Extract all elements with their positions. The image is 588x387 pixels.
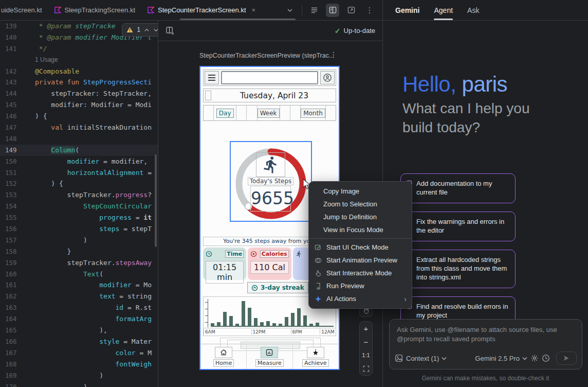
nav-item-achieve[interactable]: Achieve <box>292 344 338 369</box>
period-tabs[interactable]: DayWeekMonth <box>203 105 336 121</box>
code-line[interactable]: 144 stepTracker: StepTracker, <box>0 88 158 99</box>
code-editor[interactable]: 139 * @param stepTracke140 * @param modi… <box>0 21 158 387</box>
code-line[interactable]: 143private fun StepProgressSecti <box>0 77 158 88</box>
preview-status-label: Up-to-date <box>344 27 375 34</box>
preview-options-icon[interactable]: ⋮ <box>330 50 337 59</box>
tab-list-chevron-down-icon[interactable] <box>283 4 297 17</box>
profile-icon[interactable] <box>320 71 335 84</box>
code-line[interactable]: 153 stepTracker.progress? <box>0 189 158 201</box>
code-line[interactable]: 170 ) <box>0 381 158 387</box>
gemini-suggestion-chip[interactable]: Fix the warnings and errors in the edito… <box>400 212 516 241</box>
preview-only-view-icon[interactable] <box>344 4 358 17</box>
code-line[interactable]: 156 steps = stepT <box>0 223 158 235</box>
period-tab-day[interactable]: Day <box>213 105 236 120</box>
zoom-out-button[interactable]: − <box>360 335 372 348</box>
steps-label[interactable]: Today's Steps <box>248 177 293 185</box>
editor-more-options-icon[interactable]: ⋮ <box>363 4 376 17</box>
search-input[interactable] <box>221 71 318 84</box>
menu-item-view-in-focus-mode[interactable]: View in Focus Mode <box>309 223 412 236</box>
menu-item-copy-image[interactable]: Copy Image <box>309 185 412 198</box>
menu-item-ai-actions[interactable]: AI Actions› <box>309 292 412 305</box>
code-line[interactable]: 162 text = string <box>0 291 158 302</box>
streak-badge[interactable]: 3-day streak <box>247 282 308 293</box>
close-tab-icon[interactable]: × <box>252 6 256 14</box>
previous-issue-icon[interactable] <box>144 28 150 32</box>
chart-bar <box>309 324 313 326</box>
menu-item-start-ui-check-mode[interactable]: Start UI Check Mode <box>309 241 412 254</box>
editor-only-view-icon[interactable] <box>307 4 321 17</box>
code-line[interactable]: 158 } <box>0 246 158 257</box>
code-line[interactable]: 165 ), <box>0 325 158 336</box>
code-line[interactable]: 161 modifier = Mo <box>0 279 158 291</box>
code-line[interactable]: 167 color = M <box>0 347 158 359</box>
gemini-tab-agent[interactable]: Agent <box>434 0 453 20</box>
settings-gear-icon[interactable] <box>530 354 539 362</box>
period-tab-month[interactable]: Month <box>300 105 325 120</box>
editor-scrollbar-thumb[interactable] <box>155 154 157 247</box>
zoom-reset-button[interactable]: 1:1 <box>360 348 372 362</box>
gemini-suggestion-chip[interactable]: Extract all hardcoded strings from this … <box>400 250 516 288</box>
code-line[interactable]: 155 progress = it <box>0 212 158 223</box>
send-button[interactable] <box>556 351 577 365</box>
date-header[interactable]: Tuesday, April 23 <box>203 89 336 102</box>
running-person-icon[interactable] <box>256 152 285 177</box>
code-line[interactable]: 168 fontWeigh <box>0 359 158 370</box>
line-content: @Composable <box>22 66 79 77</box>
code-line[interactable]: 166 style = Mater <box>0 336 158 347</box>
history-clock-icon[interactable] <box>542 354 550 362</box>
code-line[interactable]: 146) { <box>0 111 158 122</box>
gemini-input-box[interactable]: Ask Gemini, use @filename to attach sour… <box>389 319 582 370</box>
metric-card-calories[interactable]: Calories110 Cal <box>248 248 291 280</box>
nav-item-measure[interactable]: Measure <box>246 344 292 369</box>
code-line[interactable]: 157 ) <box>0 235 158 246</box>
editor-tab[interactable]: SleepTrackingScreen.kt <box>48 0 142 20</box>
app-top-bar[interactable] <box>203 69 336 86</box>
code-line[interactable]: 169 ) <box>0 370 158 381</box>
editor-tab[interactable]: uideScreen.kt <box>0 0 48 20</box>
code-line[interactable]: 163 id = R.st <box>0 302 158 313</box>
code-line[interactable]: 142@Composable <box>0 66 158 77</box>
preview-title[interactable]: StepCounterTrackerScreenPreview (stepTra… <box>199 52 333 59</box>
metric-card-time[interactable]: Time01:15 min <box>203 248 246 280</box>
split-editor-preview-view-icon[interactable] <box>326 4 339 17</box>
menu-item-zoom-to-selection[interactable]: Zoom to Selection <box>309 198 412 210</box>
gemini-suggestion-chip[interactable]: Add documentation to my current file <box>400 173 516 203</box>
usage-hint[interactable]: 1 Usage <box>0 55 158 66</box>
attach-image-icon[interactable] <box>395 354 403 362</box>
inspection-widget[interactable]: 1 <box>122 23 158 37</box>
nav-item-home[interactable]: Home <box>201 344 246 369</box>
code-line[interactable]: 150 modifier = modifier, <box>0 156 158 167</box>
code-line[interactable]: 145 modifier: Modifier = Modi <box>0 99 158 111</box>
menu-item-start-animation-preview[interactable]: Start Animation Preview <box>309 254 412 267</box>
steps-value[interactable]: 9655 <box>250 186 291 212</box>
menu-item-jump-to-definition[interactable]: Jump to Definition <box>309 210 412 223</box>
preview-layout-icon[interactable] <box>166 26 174 35</box>
chip-label: Extract all hardcoded strings from this … <box>416 255 509 282</box>
home-icon <box>219 348 228 357</box>
code-line[interactable]: 159 stepTracker.stepsAway <box>0 257 158 269</box>
code-line[interactable]: 149 Column( <box>0 145 158 156</box>
model-selector[interactable]: Gemini 2.5 Pro <box>475 355 527 362</box>
tab-scrollbar-thumb[interactable] <box>180 19 296 20</box>
code-line[interactable]: 147 val initialStreakDuration <box>0 122 158 133</box>
menu-item-start-interactive-mode[interactable]: Start Interactive Mode <box>309 267 412 279</box>
code-line[interactable]: 152 ) { <box>0 178 158 189</box>
editor-tab[interactable]: StepCounterTrackerScreen.kt× <box>141 0 262 20</box>
hamburger-menu-icon[interactable] <box>205 71 219 84</box>
gemini-tab-ask[interactable]: Ask <box>467 0 479 20</box>
period-tab-week[interactable]: Week <box>257 105 280 120</box>
next-issue-icon[interactable] <box>153 28 158 32</box>
code-line[interactable]: 164 formatArg <box>0 313 158 325</box>
code-line[interactable]: 154 StepCountCircular <box>0 201 158 212</box>
gemini-input-controls: Context (1) Gemini 2.5 Pro <box>390 351 582 365</box>
code-line[interactable]: 160 Text( <box>0 269 158 280</box>
chevron-down-icon <box>522 357 527 360</box>
code-line[interactable]: 151 horizontalAlignment = <box>0 167 158 179</box>
zoom-in-button[interactable]: + <box>360 322 372 335</box>
code-line[interactable]: 141 */ <box>0 43 158 55</box>
date-label: Tuesday, April 23 <box>213 91 336 100</box>
code-line[interactable]: 148 <box>0 133 158 145</box>
context-selector[interactable]: Context (1) <box>406 355 447 362</box>
zoom-to-fit-button[interactable] <box>360 362 372 375</box>
menu-item-run-preview[interactable]: Run Preview <box>309 279 412 292</box>
